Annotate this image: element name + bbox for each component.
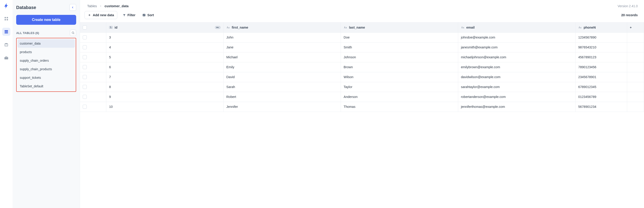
cell-id[interactable]: 3 — [106, 33, 224, 42]
cell-email[interactable]: robertanderson@example.com — [458, 92, 576, 102]
cell-last-name[interactable]: Taylor — [341, 82, 458, 92]
record-count: 20 records — [621, 13, 638, 17]
table-row[interactable]: 9RobertAndersonrobertanderson@example.co… — [80, 92, 644, 102]
cell-phone[interactable]: 6789012345 — [576, 82, 627, 92]
tables-list: customer_dataproductssupply_chain_orders… — [16, 38, 76, 92]
create-table-button[interactable]: Create new table — [16, 15, 76, 25]
svg-rect-1 — [7, 17, 8, 19]
cell-first-name[interactable]: Robert — [224, 92, 341, 102]
row-checkbox[interactable] — [83, 75, 87, 79]
nav-rail — [0, 0, 12, 208]
cell-first-name[interactable]: David — [224, 72, 341, 82]
cell-empty — [627, 52, 644, 62]
column-header-checkbox[interactable] — [80, 23, 106, 33]
cell-id[interactable]: 6 — [106, 62, 224, 72]
column-header-id[interactable]: 1. id — [106, 23, 224, 33]
filter-button[interactable]: Filter — [121, 13, 136, 17]
cell-email[interactable]: janesmith@example.com — [458, 42, 576, 52]
select-all-checkbox[interactable] — [83, 26, 87, 30]
cell-email[interactable]: johndoe@example.com — [458, 33, 576, 42]
cell-email[interactable]: sarahtaylor@example.com — [458, 82, 576, 92]
cell-phone[interactable]: 4567890123 — [576, 52, 627, 62]
sidebar-table-item[interactable]: supply_chain_orders — [18, 56, 75, 65]
cell-first-name[interactable]: John — [224, 33, 341, 42]
row-checkbox[interactable] — [83, 55, 87, 59]
table-row[interactable]: 4JaneSmithjanesmith@example.com987654321… — [80, 42, 644, 52]
cell-id[interactable]: 7 — [106, 72, 224, 82]
column-header-phone[interactable]: phoneN — [576, 23, 627, 33]
sidebar-table-item[interactable]: products — [18, 48, 75, 56]
cell-first-name[interactable]: Michael — [224, 52, 341, 62]
collapse-sidebar-button[interactable] — [70, 4, 76, 11]
cell-last-name[interactable]: Anderson — [341, 92, 458, 102]
row-checkbox[interactable] — [83, 45, 87, 49]
row-checkbox[interactable] — [83, 65, 87, 69]
row-checkbox[interactable] — [83, 105, 87, 109]
sort-button[interactable]: Sort — [141, 13, 155, 17]
breadcrumb-root[interactable]: Tables — [87, 4, 97, 8]
column-header-last-name[interactable]: last_name — [341, 23, 458, 33]
table-row[interactable]: 5MichaelJohnsonmichaeljohnson@example.co… — [80, 52, 644, 62]
sidebar-table-item[interactable]: customer_data — [18, 39, 75, 48]
cell-last-name[interactable]: Wilson — [341, 72, 458, 82]
filter-icon — [123, 14, 126, 17]
cell-id[interactable]: 8 — [106, 82, 224, 92]
cell-id[interactable]: 9 — [106, 92, 224, 102]
cell-email[interactable]: michaeljohnson@example.com — [458, 52, 576, 62]
add-data-button[interactable]: Add new data — [84, 11, 117, 19]
cell-phone[interactable]: 7890123456 — [576, 62, 627, 72]
svg-rect-2 — [5, 19, 6, 21]
add-column-button[interactable]: + — [627, 23, 644, 33]
row-checkbox[interactable] — [83, 85, 87, 89]
sidebar-table-item[interactable]: TableSet_default — [18, 82, 75, 91]
table-row[interactable]: 6EmilyBrownemilybrown@example.com7890123… — [80, 62, 644, 72]
cell-first-name[interactable]: Emily — [224, 62, 341, 72]
column-header-first-name[interactable]: first_name — [224, 23, 341, 33]
cell-email[interactable]: emilybrown@example.com — [458, 62, 576, 72]
cell-first-name[interactable]: Jennifer — [224, 102, 341, 112]
all-tables-label: ALL TABLES (6) — [16, 31, 39, 35]
search-tables-button[interactable] — [70, 30, 76, 36]
cell-last-name[interactable]: Brown — [341, 62, 458, 72]
chevron-left-icon — [71, 6, 74, 9]
text-type-icon — [578, 26, 582, 29]
table-row[interactable]: 8SarahTaylorsarahtaylor@example.com67890… — [80, 82, 644, 92]
breadcrumb-current: customer_data — [104, 4, 128, 8]
svg-rect-15 — [218, 27, 219, 28]
cell-email[interactable]: jenniferthomas@example.com — [458, 102, 576, 112]
table-row[interactable]: 7DavidWilsondavidwilson@example.com23456… — [80, 72, 644, 82]
cell-phone[interactable]: 9876543210 — [576, 42, 627, 52]
cell-email[interactable]: davidwilson@example.com — [458, 72, 576, 82]
cell-phone[interactable]: 1234567890 — [576, 33, 627, 42]
table-row[interactable]: 10JenniferThomasjenniferthomas@example.c… — [80, 102, 644, 112]
svg-point-8 — [72, 32, 74, 34]
chevron-right-icon — [100, 4, 102, 8]
cell-id[interactable]: 10 — [106, 102, 224, 112]
cell-last-name[interactable]: Smith — [341, 42, 458, 52]
main-content: Tables customer_data Version 2.41.0 Add … — [80, 0, 644, 208]
row-checkbox[interactable] — [83, 35, 87, 39]
cell-id[interactable]: 5 — [106, 52, 224, 62]
nav-workflows-icon[interactable] — [2, 54, 10, 62]
cell-phone[interactable]: 0123456789 — [576, 92, 627, 102]
cell-id[interactable]: 4 — [106, 42, 224, 52]
nav-apps-icon[interactable] — [2, 15, 10, 23]
cell-phone[interactable]: 5678901234 — [576, 102, 627, 112]
cell-first-name[interactable]: Sarah — [224, 82, 341, 92]
sidebar-title: Database — [16, 5, 36, 10]
cell-empty — [627, 62, 644, 72]
nav-database-icon[interactable] — [2, 28, 10, 36]
column-header-email[interactable]: email — [458, 23, 576, 33]
sort-icon — [142, 13, 146, 17]
row-checkbox[interactable] — [83, 95, 87, 99]
nav-datasource-icon[interactable] — [2, 41, 10, 49]
sidebar-table-item[interactable]: supply_chain_products — [18, 65, 75, 73]
sidebar-table-item[interactable]: support_tickets — [18, 73, 75, 82]
table-row[interactable]: 3JohnDoejohndoe@example.com1234567890 — [80, 33, 644, 42]
cell-first-name[interactable]: Jane — [224, 42, 341, 52]
cell-last-name[interactable]: Thomas — [341, 102, 458, 112]
column-label-first-name: first_name — [232, 26, 248, 29]
cell-phone[interactable]: 2345678901 — [576, 72, 627, 82]
cell-last-name[interactable]: Doe — [341, 33, 458, 42]
cell-last-name[interactable]: Johnson — [341, 52, 458, 62]
